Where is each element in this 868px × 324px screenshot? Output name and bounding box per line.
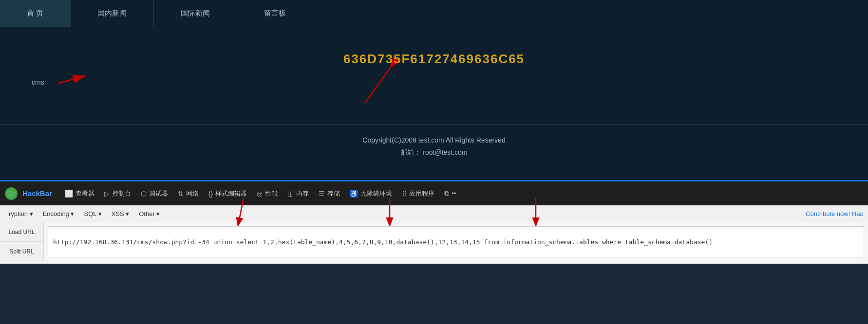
nav-home[interactable]: 首 页 (0, 0, 71, 27)
hackbar-panel: ryption ▾ Encoding ▾ SQL ▾ XSS ▾ Other ▾… (0, 205, 868, 264)
other-menu[interactable]: Other ▾ (135, 209, 164, 219)
encoding-menu[interactable]: Encoding ▾ (39, 209, 78, 219)
storage-label: 存储 (327, 189, 340, 198)
devtools-console[interactable]: ▷ 控制台 (100, 187, 135, 200)
sql-menu[interactable]: SQL ▾ (80, 209, 105, 219)
nav-international[interactable]: 国际新闻 (154, 0, 237, 27)
email-label: 邮箱： (400, 148, 421, 156)
nav-bar: 首 页 国内新闻 国际新闻 留言板 (0, 0, 868, 27)
devtools-debugger[interactable]: ⬡ 调试器 (137, 187, 172, 200)
console-icon: ▷ (104, 190, 110, 198)
nav-domestic[interactable]: 国内新闻 (71, 0, 154, 27)
devtools-application[interactable]: ⠿ 应用程序 (398, 187, 438, 200)
url-input-area (44, 222, 868, 261)
devtools-bar: HackBar ⬜ 查看器 ▷ 控制台 ⬡ 调试器 ⇅ 网络 {} 样式编辑器 … (0, 180, 868, 205)
svg-line-3 (58, 76, 85, 83)
xss-menu[interactable]: XSS ▾ (108, 209, 133, 219)
devtools-more[interactable]: ⧉ •• (440, 187, 460, 199)
performance-icon: ◎ (257, 190, 263, 198)
memory-label: 内存 (296, 189, 309, 198)
website-area: 首 页 国内新闻 国际新闻 留言板 cms (0, 0, 868, 180)
svg-line-4 (365, 69, 390, 103)
devtools-network[interactable]: ⇅ 网络 (174, 187, 203, 200)
accessibility-icon: ♿ (350, 190, 358, 198)
devtools-storage[interactable]: ☰ 存储 (315, 187, 344, 200)
website-footer: Copyright(C)2009 test.com All Rights Res… (0, 124, 868, 168)
debugger-label: 调试器 (149, 189, 168, 198)
hackbar-url-area: Load URL Split URL (0, 222, 868, 261)
cms-label: cms (32, 78, 44, 86)
devtools-inspector[interactable]: ⬜ 查看器 (61, 187, 98, 200)
console-label: 控制台 (112, 189, 131, 198)
encryption-menu[interactable]: ryption ▾ (5, 209, 37, 219)
network-label: 网络 (186, 189, 199, 198)
debugger-icon: ⬡ (141, 190, 147, 198)
load-url-button[interactable]: Load URL (0, 222, 43, 242)
storage-icon: ☰ (319, 190, 325, 198)
inspector-icon: ⬜ (65, 190, 73, 198)
nav-guestbook[interactable]: 留言板 (237, 0, 313, 27)
application-icon: ⠿ (402, 190, 407, 198)
style-editor-label: 样式编辑器 (215, 189, 247, 198)
url-input[interactable] (48, 226, 864, 257)
devtools-performance[interactable]: ◎ 性能 (253, 187, 282, 200)
split-url-button[interactable]: Split URL (0, 242, 43, 261)
more-icon: ⧉ (444, 189, 449, 198)
email-value: root@test.com (423, 148, 467, 156)
performance-label: 性能 (265, 189, 278, 198)
hackbar-label: HackBar (22, 189, 52, 198)
email-text: 邮箱： root@test.com (10, 146, 858, 159)
hackbar-logo-icon (5, 187, 18, 200)
url-buttons: Load URL Split URL (0, 222, 44, 261)
application-label: 应用程序 (409, 189, 434, 198)
hackbar-menu-bar: ryption ▾ Encoding ▾ SQL ▾ XSS ▾ Other ▾… (0, 206, 868, 222)
more-options-dots: •• (452, 190, 456, 197)
devtools-accessibility[interactable]: ♿ 无障碍环境 (346, 187, 396, 200)
website-content: cms 636D735F61727469636C65 Copyright(C)2… (0, 27, 868, 168)
devtools-memory[interactable]: ◫ 内存 (283, 187, 313, 200)
network-icon: ⇅ (178, 190, 184, 198)
accessibility-label: 无障碍环境 (360, 189, 392, 198)
devtools-style-editor[interactable]: {} 样式编辑器 (205, 187, 251, 200)
style-editor-icon: {} (208, 190, 213, 198)
inspector-label: 查看器 (75, 189, 94, 198)
contribute-link[interactable]: Contribute now! Hac (806, 210, 863, 217)
memory-icon: ◫ (287, 190, 294, 198)
copyright-text: Copyright(C)2009 test.com All Rights Res… (10, 134, 858, 146)
hex-value-display: 636D735F61727469636C65 (343, 52, 525, 67)
